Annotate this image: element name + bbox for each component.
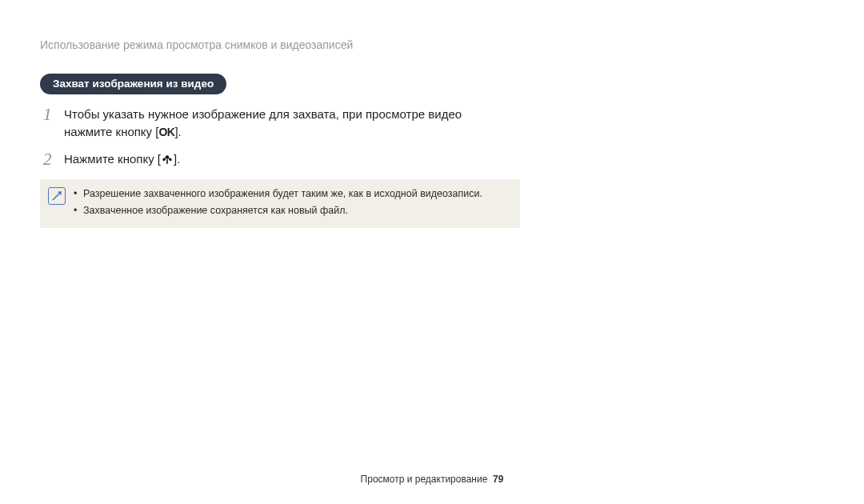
footer-section-label: Просмотр и редактирование [361,474,488,485]
step-item: 1 Чтобы указать нужное изображение для з… [43,106,504,141]
svg-rect-3 [166,159,168,164]
note-item: Захваченное изображение сохраняется как … [74,203,482,218]
step-number: 2 [43,150,64,169]
note-box: Разрешение захваченного изображения буде… [40,179,520,228]
page-number: 79 [493,474,503,485]
step-text: Чтобы указать нужное изображение для зах… [64,106,504,141]
breadcrumb: Использование режима просмотра снимков и… [40,38,504,51]
step-list: 1 Чтобы указать нужное изображение для з… [40,106,504,170]
page-footer: Просмотр и редактирование 79 [0,474,864,485]
note-info-icon [48,187,66,205]
section-heading-pill: Захват изображения из видео [40,74,226,94]
note-list: Разрешение захваченного изображения буде… [74,186,482,220]
svg-point-0 [166,155,169,158]
svg-line-4 [53,192,61,200]
step-item: 2 Нажмите кнопку []. [43,150,504,170]
ok-key-icon: OK [158,126,174,138]
macro-icon [161,153,174,170]
step-text: Нажмите кнопку []. [64,150,180,170]
step-number: 1 [43,106,64,124]
note-item: Разрешение захваченного изображения буде… [74,186,482,202]
